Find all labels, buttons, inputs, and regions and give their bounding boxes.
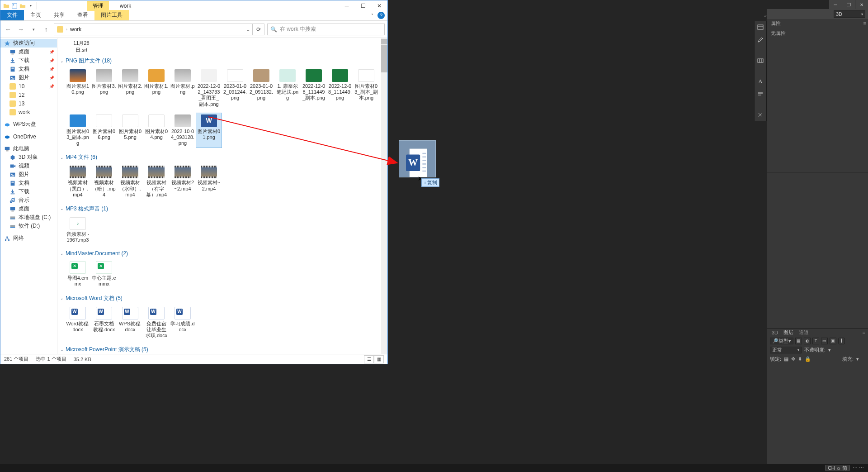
lock-pixels-icon[interactable]: ▦ [784,356,788,362]
group-header[interactable]: ⌄Microsoft Word 文档 (5) [60,294,385,303]
nav-network[interactable]: 网络 [0,234,57,243]
file-item[interactable]: 中心主题.emmx [91,259,117,289]
group-header[interactable]: ⌄MindMaster.Document (2) [60,249,385,257]
minimize-button[interactable]: ─ [339,0,355,11]
ps-workspace-select[interactable]: 3D ▾ [834,10,865,18]
nav-item[interactable]: 本地磁盘 (C:) [0,213,57,222]
nav-quick-access[interactable]: 快速访问 [0,39,57,48]
file-item[interactable]: 视频素材（暗）.mp4 [91,164,117,200]
titlebar-context-tab[interactable]: 管理 [87,1,109,11]
tray-overflow-icon[interactable]: ⋯⋯ [853,465,865,471]
lock-position-icon[interactable]: ✥ [791,356,795,362]
windows-taskbar[interactable] [0,464,868,472]
file-list[interactable]: 11月28日.srt ⌄PNG 图片文件 (18)图片素材10.png图片素材3… [57,38,387,354]
blend-mode-select[interactable]: 正常▾ [770,347,802,353]
nav-item[interactable]: 10📌 [0,82,57,91]
file-item[interactable]: 2023-01-02_091132.png [248,67,274,109]
breadcrumb-bar[interactable]: › work ⌄ [54,24,253,35]
filter-toggle[interactable]: ⏽ [838,338,845,344]
nav-item[interactable]: 桌面 [0,205,57,213]
ribbon-collapse-icon[interactable]: ˅ [368,12,376,19]
view-details-button[interactable]: ☰ [364,355,374,363]
view-icons-button[interactable]: ▦ [374,355,384,363]
ps-history-icon[interactable] [755,21,766,33]
nav-up-button[interactable]: ↑ [41,24,51,34]
nav-wps[interactable]: WPS云盘 [0,120,57,129]
file-item[interactable]: 视频素材（黑白）.mp4 [65,164,91,200]
nav-this-pc[interactable]: 此电脑 [0,144,57,153]
file-item[interactable]: 石墨文档教程.docx [91,305,117,341]
nav-item[interactable]: work [0,108,57,116]
qat-properties-icon[interactable] [11,3,18,9]
qat-new-folder-icon[interactable] [19,3,26,9]
refresh-button[interactable]: ⟳ [253,24,264,35]
file-item[interactable]: W图片素材01.png [196,113,222,148]
file-item[interactable]: 图片素材03_副本_副本.png [353,67,379,109]
filter-adjust-icon[interactable]: ◐ [804,338,811,344]
filter-pixel-icon[interactable]: ▦ [795,338,802,344]
filter-shape-icon[interactable]: ▭ [821,338,828,344]
ps-swatches-icon[interactable] [755,54,766,67]
file-item[interactable]: ♪音频素材 - 1967.mp3 [65,215,91,245]
scroll-thumb[interactable] [381,45,387,72]
qat-dropdown-icon[interactable]: ▾ [28,3,34,9]
ribbon-tab-home[interactable]: 主页 [24,10,47,20]
group-header[interactable]: ⌄Microsoft PowerPoint 演示文稿 (5) [60,345,385,354]
chevron-right-icon[interactable]: › [66,27,67,32]
file-item[interactable]: 1. 康奈尔笔记法.png [274,67,301,109]
ps-restore-button[interactable]: ❐ [842,0,855,9]
ps-close-button[interactable]: ✕ [855,0,868,9]
nav-item[interactable]: 文档 [0,179,57,187]
file-item[interactable]: 图片素材10.png [65,67,91,109]
file-item[interactable]: 图片素材3.png [91,67,117,109]
nav-item[interactable]: 图片📌 [0,73,57,82]
file-item[interactable]: 视频素材2~2.mp4 [170,164,196,200]
maximize-button[interactable]: ☐ [355,0,371,11]
nav-item[interactable]: 下载 [0,187,57,196]
nav-back-button[interactable]: ← [3,24,13,34]
layer-filter-kind[interactable]: 🔎 类型 ▾ [770,338,793,344]
ps-minimize-button[interactable]: ─ [829,0,842,9]
nav-forward-button[interactable]: → [16,24,26,34]
breadcrumb-segment[interactable]: work [70,26,81,33]
lock-artboard-icon[interactable]: ⬍ [798,356,802,362]
scroll-up-button[interactable] [381,39,387,44]
nav-item[interactable]: 音乐 [0,196,57,205]
nav-recent-dropdown[interactable]: ▾ [28,24,38,34]
nav-item[interactable]: 文档📌 [0,65,57,73]
nav-item[interactable]: 3D 对象 [0,153,57,162]
group-header[interactable]: ⌄PNG 图片文件 (18) [60,56,385,66]
file-item[interactable]: 图片素材1.png [143,67,170,109]
file-item[interactable]: 2023-01-02_091244.png [222,67,248,109]
nav-item[interactable]: 软件 (D:) [0,222,57,230]
nav-onedrive[interactable]: OneDrive [0,132,57,141]
group-header[interactable]: ⌄MP3 格式声音 (1) [60,204,385,214]
ps-panel-collapse-icon[interactable]: « [754,14,767,20]
file-item[interactable]: 2022-12-08_111449_副本.png [301,67,327,109]
lock-all-icon[interactable]: 🔒 [805,356,811,362]
file-item[interactable]: 2022-12-08_111449.png [327,67,353,109]
tab-layers[interactable]: 图层 [782,329,795,336]
nav-item[interactable]: 12 [0,91,57,99]
nav-item[interactable]: 桌面📌 [0,48,57,56]
nav-item[interactable]: 图片 [0,170,57,179]
scrollbar-vertical[interactable] [381,38,387,354]
ribbon-tab-share[interactable]: 共享 [47,10,71,20]
filter-smart-icon[interactable]: ▣ [830,338,836,344]
close-button[interactable]: ✕ [371,0,387,11]
file-item[interactable]: 图片素材06.png [91,113,117,148]
file-item[interactable]: 学习成绩.docx [170,305,196,341]
file-item[interactable]: 2022-12-02_143733_看图王_副本.png [196,67,222,109]
ps-character-icon[interactable]: A [755,75,766,88]
nav-item[interactable]: 视频 [0,162,57,170]
opacity-stepper[interactable]: ▾ [828,347,837,353]
file-item[interactable]: WPS教程.docx [117,305,143,341]
file-item[interactable]: 导图4.emmx [65,259,91,289]
ribbon-tab-view[interactable]: 查看 [71,10,94,20]
file-item[interactable]: 图片素材2.png [117,67,143,109]
navigation-pane[interactable]: 快速访问 桌面📌下载📌文档📌图片📌10📌1213work WPS云盘 OneDr… [0,38,57,354]
ribbon-tab-picture-tools[interactable]: 图片工具 [94,10,129,20]
file-item[interactable]: 图片素材.png [170,67,196,109]
group-header[interactable]: ⌄MP4 文件 (6) [60,153,385,162]
help-icon[interactable]: ? [377,12,385,19]
